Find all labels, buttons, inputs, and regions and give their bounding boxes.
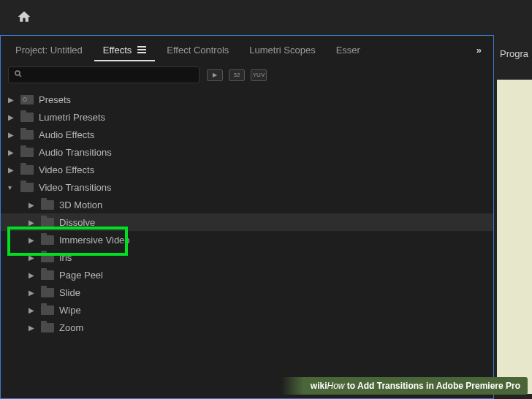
search-box[interactable] — [8, 66, 200, 83]
panel-tabs: Project: Untitled Effects Effect Control… — [1, 36, 493, 64]
folder-label: Immersive Video — [59, 235, 130, 246]
chevron-right-icon: ▶ — [28, 236, 36, 244]
chevron-right-icon: ▶ — [28, 218, 36, 227]
folder-label: Iris — [59, 252, 72, 263]
search-icon — [14, 69, 23, 80]
folder-audio-transitions[interactable]: ▶ Audio Transitions — [1, 143, 493, 161]
panel-menu-icon[interactable] — [137, 46, 146, 53]
effects-tree: ▶ Presets ▶ Lumetri Presets ▶ Audio Effe… — [1, 89, 493, 338]
folder-slide[interactable]: ▶ Slide — [1, 284, 493, 301]
chevron-right-icon: ▶ — [8, 166, 15, 174]
chevron-right-icon: ▶ — [28, 289, 36, 297]
title-bar — [0, 0, 532, 35]
effects-panel: Project: Untitled Effects Effect Control… — [0, 35, 494, 399]
svg-line-1 — [19, 75, 21, 77]
chevron-right-icon: ▶ — [28, 324, 36, 332]
folder-icon — [20, 113, 34, 122]
toggle-yuv[interactable]: YUV — [251, 69, 267, 81]
folder-label: Video Transitions — [39, 182, 112, 193]
tab-project[interactable]: Project: Untitled — [7, 39, 91, 61]
folder-lumetri-presets[interactable]: ▶ Lumetri Presets — [1, 108, 493, 126]
folder-dissolve[interactable]: ▶ Dissolve — [1, 213, 493, 231]
chevron-right-icon: ▶ — [8, 113, 15, 121]
folder-iris[interactable]: ▶ Iris — [1, 248, 493, 266]
folder-label: 3D Motion — [59, 200, 102, 210]
chevron-right-icon: ▶ — [8, 96, 15, 104]
program-panel: Progra — [494, 35, 532, 399]
folder-audio-effects[interactable]: ▶ Audio Effects — [1, 126, 493, 143]
workspace: Project: Untitled Effects Effect Control… — [0, 35, 532, 399]
folder-icon — [41, 270, 54, 280]
folder-label: Video Effects — [39, 164, 94, 175]
folder-immersive-video[interactable]: ▶ Immersive Video — [1, 231, 493, 248]
folder-label: Audio Effects — [39, 129, 94, 140]
chevron-right-icon: ▶ — [28, 201, 36, 209]
preset-icon — [20, 95, 34, 104]
folder-3d-motion[interactable]: ▶ 3D Motion — [1, 196, 493, 213]
tab-essential[interactable]: Esser — [327, 39, 369, 61]
wikihow-watermark: wikiHow to Add Transitions in Adobe Prem… — [281, 377, 528, 395]
filter-toggles: ▶ 32 YUV — [207, 69, 267, 81]
tab-program[interactable]: Progra — [494, 42, 532, 65]
toggle-accelerated[interactable]: ▶ — [207, 69, 223, 81]
folder-wipe[interactable]: ▶ Wipe — [1, 301, 493, 319]
folder-label: Audio Transitions — [39, 147, 112, 158]
home-icon[interactable] — [16, 10, 32, 26]
folder-icon — [41, 253, 54, 262]
folder-icon — [20, 165, 34, 175]
tab-effect-controls[interactable]: Effect Controls — [158, 39, 238, 61]
folder-label: Dissolve — [59, 217, 95, 228]
chevron-down-icon: ▾ — [8, 183, 15, 191]
tab-effects[interactable]: Effects — [94, 39, 156, 61]
folder-label: Lumetri Presets — [39, 112, 105, 123]
search-row: ▶ 32 YUV — [1, 64, 493, 89]
folder-label: Page Peel — [59, 270, 103, 281]
tab-effects-label: Effects — [103, 45, 132, 56]
folder-icon — [41, 200, 54, 210]
tabs-overflow-button[interactable]: » — [471, 45, 487, 56]
chevron-right-icon: ▶ — [28, 306, 36, 314]
folder-icon — [41, 288, 54, 297]
folder-presets[interactable]: ▶ Presets — [1, 91, 493, 108]
folder-label: Zoom — [59, 322, 83, 333]
folder-zoom[interactable]: ▶ Zoom — [1, 319, 493, 336]
program-monitor[interactable] — [497, 80, 532, 394]
chevron-right-icon: ▶ — [8, 148, 15, 156]
folder-page-peel[interactable]: ▶ Page Peel — [1, 266, 493, 284]
folder-label: Wipe — [59, 305, 81, 316]
chevron-right-icon: ▶ — [28, 254, 36, 262]
folder-icon — [41, 218, 54, 227]
toggle-32bit[interactable]: 32 — [229, 69, 245, 81]
folder-icon — [20, 183, 34, 192]
watermark-text: wikiHow to Add Transitions in Adobe Prem… — [311, 381, 520, 391]
folder-icon — [20, 130, 34, 140]
folder-icon — [41, 323, 54, 332]
folder-video-transitions[interactable]: ▾ Video Transitions — [1, 178, 493, 196]
folder-icon — [41, 235, 54, 245]
tab-lumetri-scopes[interactable]: Lumetri Scopes — [240, 39, 324, 61]
folder-label: Presets — [39, 94, 71, 105]
chevron-right-icon: ▶ — [8, 131, 15, 139]
folder-icon — [20, 148, 34, 157]
svg-point-0 — [15, 71, 20, 75]
folder-video-effects[interactable]: ▶ Video Effects — [1, 161, 493, 178]
chevron-right-icon: ▶ — [28, 271, 36, 279]
folder-icon — [41, 305, 54, 315]
search-input[interactable] — [26, 70, 194, 80]
folder-label: Slide — [59, 287, 80, 298]
